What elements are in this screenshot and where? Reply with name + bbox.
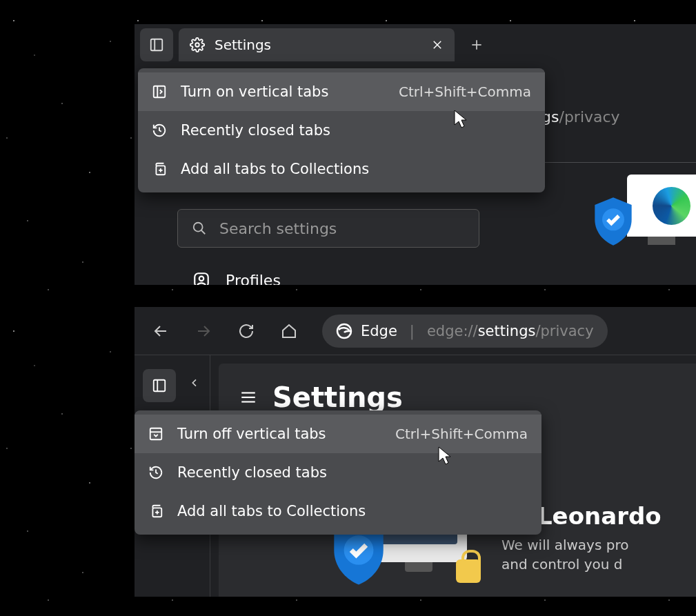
lock-icon xyxy=(456,559,481,583)
menu-item-label: Recently closed tabs xyxy=(177,464,327,481)
browser-window-bottom: Edge | edge://settings/privacy Settings xyxy=(135,307,696,597)
shield-check-icon xyxy=(591,195,635,248)
forward-button[interactable] xyxy=(190,317,217,345)
menu-item-label: Add all tabs to Collections xyxy=(181,161,369,177)
svg-point-8 xyxy=(194,223,203,232)
content-divider xyxy=(535,162,696,163)
tab-actions-button[interactable] xyxy=(140,28,173,61)
search-icon xyxy=(192,221,207,236)
settings-header: Settings xyxy=(239,381,675,413)
privacy-illustration xyxy=(593,175,696,271)
address-brand-label: Edge xyxy=(361,323,397,339)
svg-rect-0 xyxy=(151,39,163,51)
menu-item-label: Recently closed tabs xyxy=(181,122,330,139)
promo-line: We will always pro xyxy=(501,535,662,555)
address-separator: | xyxy=(410,323,415,339)
home-button[interactable] xyxy=(275,317,303,345)
collections-add-icon xyxy=(148,504,163,519)
svg-point-11 xyxy=(199,277,204,281)
search-settings-field[interactable] xyxy=(177,209,479,248)
vertical-tabs-icon xyxy=(152,84,167,99)
menu-item-label: Turn off vertical tabs xyxy=(177,426,326,442)
svg-rect-26 xyxy=(150,428,162,440)
tab-title: Settings xyxy=(215,37,271,53)
menu-item-recently-closed[interactable]: Recently closed tabs xyxy=(135,453,541,492)
menu-item-recently-closed[interactable]: Recently closed tabs xyxy=(138,111,545,150)
tab-settings[interactable]: Settings xyxy=(179,28,455,61)
tab-actions-menu: Turn on vertical tabs Ctrl+Shift+Comma R… xyxy=(138,68,545,192)
new-tab-button[interactable] xyxy=(460,28,493,61)
tab-strip: Settings xyxy=(135,24,696,66)
menu-item-label: Turn on vertical tabs xyxy=(181,83,328,100)
edge-brand-icon xyxy=(336,323,352,339)
svg-line-9 xyxy=(201,230,206,235)
promo-line: and control you d xyxy=(501,555,662,574)
menu-item-add-collections[interactable]: Add all tabs to Collections xyxy=(135,492,541,530)
navigation-toolbar: Edge | edge://settings/privacy xyxy=(135,307,696,355)
search-settings-input[interactable] xyxy=(219,220,465,237)
page-title: Settings xyxy=(272,381,403,413)
history-icon xyxy=(152,123,167,138)
browser-window-top: Settings ings/privacy xyxy=(135,24,696,285)
close-tab-icon[interactable] xyxy=(431,39,444,51)
refresh-button[interactable] xyxy=(232,317,260,345)
sidebar-item-profiles[interactable]: Profiles xyxy=(192,271,281,285)
profile-icon xyxy=(192,271,210,285)
address-url: edge://settings/privacy xyxy=(427,323,594,339)
menu-item-shortcut: Ctrl+Shift+Comma xyxy=(399,83,531,100)
tab-actions-menu: Turn off vertical tabs Ctrl+Shift+Comma … xyxy=(135,410,541,535)
edge-logo-icon xyxy=(653,187,690,225)
vertical-tabs-off-icon xyxy=(148,426,163,441)
menu-item-vertical-tabs[interactable]: Turn on vertical tabs Ctrl+Shift+Comma xyxy=(138,72,545,111)
sidebar-item-label: Profiles xyxy=(226,272,281,286)
menu-item-shortcut: Ctrl+Shift+Comma xyxy=(395,426,528,442)
gear-icon xyxy=(190,37,205,52)
svg-rect-20 xyxy=(154,380,166,392)
menu-item-add-collections[interactable]: Add all tabs to Collections xyxy=(138,150,545,188)
svg-point-2 xyxy=(195,43,199,47)
collapse-sidebar-icon[interactable] xyxy=(189,377,200,388)
collections-add-icon xyxy=(152,161,167,177)
menu-item-label: Add all tabs to Collections xyxy=(177,503,366,519)
history-icon xyxy=(148,465,163,480)
address-bar[interactable]: Edge | edge://settings/privacy xyxy=(322,315,608,348)
tab-actions-button[interactable] xyxy=(143,369,176,402)
hamburger-menu-icon[interactable] xyxy=(239,388,257,406)
back-button[interactable] xyxy=(147,317,175,345)
svg-rect-12 xyxy=(154,86,166,98)
menu-item-vertical-tabs-off[interactable]: Turn off vertical tabs Ctrl+Shift+Comma xyxy=(135,415,541,453)
